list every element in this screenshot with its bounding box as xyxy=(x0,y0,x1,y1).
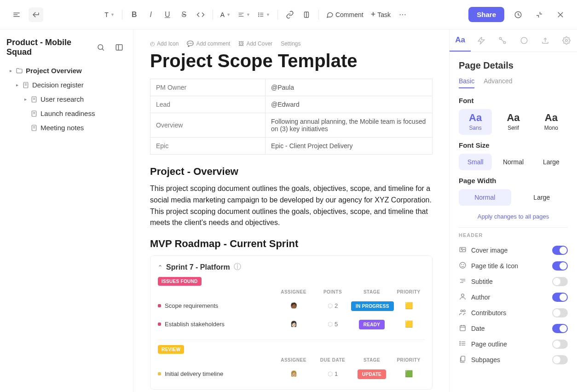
bold-button[interactable]: B xyxy=(127,7,142,22)
fontsize-option-normal[interactable]: Normal xyxy=(496,154,530,170)
page-title[interactable]: Project Scope Template xyxy=(150,51,433,71)
panel-tab-settings[interactable] xyxy=(556,29,577,52)
stage-badge[interactable]: IN PROGRESS xyxy=(351,301,394,311)
points-value: ⬡1 xyxy=(314,370,351,377)
toggle-switch[interactable] xyxy=(552,261,568,271)
share-button[interactable]: Share xyxy=(468,7,504,22)
close-icon[interactable] xyxy=(553,7,568,22)
comment-button[interactable]: Comment xyxy=(323,9,366,20)
property-row[interactable]: PM Owner@Paula xyxy=(150,79,433,96)
back-icon[interactable] xyxy=(29,7,43,22)
search-icon[interactable] xyxy=(93,40,108,55)
history-icon[interactable] xyxy=(511,7,525,22)
task-name-text: Scope requirements xyxy=(165,302,218,309)
font-option-sans[interactable]: AaSans xyxy=(459,109,492,135)
panel-tab-automation[interactable] xyxy=(471,29,492,52)
overview-paragraph[interactable]: This project scoping document outlines t… xyxy=(150,183,433,229)
toggle-switch[interactable] xyxy=(552,340,568,349)
priority-flag-icon[interactable]: 🟩 xyxy=(392,370,425,377)
priority-flag-icon[interactable]: 🟨 xyxy=(392,302,425,309)
subtab-advanced[interactable]: Advanced xyxy=(484,77,512,88)
add-cover-button[interactable]: 🖼 Add Cover xyxy=(238,40,272,47)
document-main: ◴ Add Icon 💬 Add comment 🖼 Add Cover Set… xyxy=(133,29,449,392)
fontsize-option-small[interactable]: Small xyxy=(459,154,492,170)
svg-point-57 xyxy=(460,341,460,342)
property-key: Overview xyxy=(150,113,265,138)
add-comment-button[interactable]: 💬 Add comment xyxy=(187,40,230,47)
italic-button[interactable]: I xyxy=(144,7,158,22)
property-row[interactable]: OverviewFollowing annual planning, the M… xyxy=(150,113,433,138)
font-option-mono[interactable]: AaMono xyxy=(535,109,568,135)
sidebar-item-user-research[interactable]: ▸User research xyxy=(6,92,127,106)
stage-badge[interactable]: UPDATE xyxy=(358,369,386,379)
right-panel: Aa Page Details Basic Advanced Font AaSa… xyxy=(449,29,577,392)
menu-icon[interactable] xyxy=(9,7,24,22)
toggle-row-page-outline: Page outline xyxy=(459,336,568,352)
tree-item-label: Launch readiness xyxy=(40,110,95,117)
task-name-text: Establish stakeholders xyxy=(165,321,225,328)
pagewidth-option-large[interactable]: Large xyxy=(516,189,568,206)
text-color-dropdown[interactable]: A ▼ xyxy=(218,9,233,20)
panel-tab-export[interactable] xyxy=(535,29,556,52)
info-icon[interactable]: ⓘ xyxy=(234,262,241,272)
fontsize-option-large[interactable]: Large xyxy=(535,154,568,170)
add-icon-label: Add Icon xyxy=(157,40,179,47)
toggle-switch[interactable] xyxy=(552,277,568,286)
sidebar-title: Product - Mobile Squad xyxy=(6,38,93,57)
underline-button[interactable]: U xyxy=(160,7,175,22)
panel-tab-relations[interactable] xyxy=(492,29,513,52)
collapse-icon[interactable] xyxy=(532,7,547,22)
column-header: STAGE xyxy=(351,357,392,363)
task-button[interactable]: +Task xyxy=(368,8,393,21)
strikethrough-button[interactable]: S xyxy=(177,7,191,22)
settings-button[interactable]: Settings xyxy=(281,40,300,47)
chevron-down-icon[interactable]: ⌃ xyxy=(158,264,162,271)
bookmark-button[interactable] xyxy=(299,7,314,22)
property-row[interactable]: EpicEpic - Client Project Delivery xyxy=(150,138,433,155)
property-key: Epic xyxy=(150,138,265,155)
tree-item-label: Project Overview xyxy=(26,67,82,75)
priority-flag-icon[interactable]: 🟨 xyxy=(392,320,425,328)
align-dropdown[interactable]: ▼ xyxy=(235,10,253,20)
svg-point-59 xyxy=(460,345,460,345)
toggle-label: Subtitle xyxy=(471,278,493,285)
toggle-switch[interactable] xyxy=(552,246,568,255)
section-heading-roadmap: MVP Roadmap - Current Sprint xyxy=(150,238,433,250)
assignee-avatar[interactable]: 👩🏻 xyxy=(287,317,300,330)
property-row[interactable]: Lead@Edward xyxy=(150,96,433,113)
panel-tab-comments[interactable] xyxy=(514,29,535,52)
subtab-basic[interactable]: Basic xyxy=(459,77,474,88)
toggle-switch[interactable] xyxy=(552,293,568,302)
toggle-switch[interactable] xyxy=(552,355,568,364)
apply-changes-link[interactable]: Apply changes to all pages xyxy=(459,213,568,220)
task-row[interactable]: Scope requirements🧑🏾⬡2IN PROGRESS🟨 xyxy=(158,296,425,315)
svg-point-38 xyxy=(565,40,568,42)
text-style-dropdown[interactable]: T ▼ xyxy=(102,9,117,20)
panel-title: Page Details xyxy=(459,60,568,71)
code-button[interactable] xyxy=(193,7,208,22)
stage-badge[interactable]: READY xyxy=(359,320,385,329)
toggle-switch[interactable] xyxy=(552,308,568,317)
toggle-row-date: Date xyxy=(459,321,568,336)
assignee-avatar[interactable]: 🧑🏾 xyxy=(287,299,300,312)
panel-tab-typography[interactable]: Aa xyxy=(450,29,471,52)
sidebar-item-launch-readiness[interactable]: ▸Launch readiness xyxy=(6,106,127,121)
sidebar-item-meeting-notes[interactable]: ▸Meeting notes xyxy=(6,121,127,135)
svg-point-49 xyxy=(463,310,465,312)
link-button[interactable] xyxy=(283,7,297,22)
more-icon[interactable]: ⋯ xyxy=(395,7,410,22)
assignee-avatar[interactable]: 👩🏼 xyxy=(287,367,300,380)
add-icon-button[interactable]: ◴ Add Icon xyxy=(150,40,179,47)
property-value: @Paula xyxy=(265,79,433,96)
section-heading-overview: Project - Overview xyxy=(150,166,433,178)
toggle-switch[interactable] xyxy=(552,324,568,333)
panel-toggle-icon[interactable] xyxy=(112,40,127,55)
list-dropdown[interactable]: ▼ xyxy=(255,10,273,20)
task-row[interactable]: Establish stakeholders👩🏻⬡5READY🟨 xyxy=(158,315,425,333)
task-row[interactable]: Initial delivery timeline👩🏼⬡1UPDATE🟩 xyxy=(158,364,425,383)
property-key: Lead xyxy=(150,96,265,113)
sidebar-item-decision-register[interactable]: ▸Decision register xyxy=(6,78,127,92)
pagewidth-option-normal[interactable]: Normal xyxy=(459,189,511,206)
font-option-serif[interactable]: AaSerif xyxy=(496,109,530,135)
sidebar-item-project-overview[interactable]: ▸Project Overview xyxy=(6,63,127,78)
